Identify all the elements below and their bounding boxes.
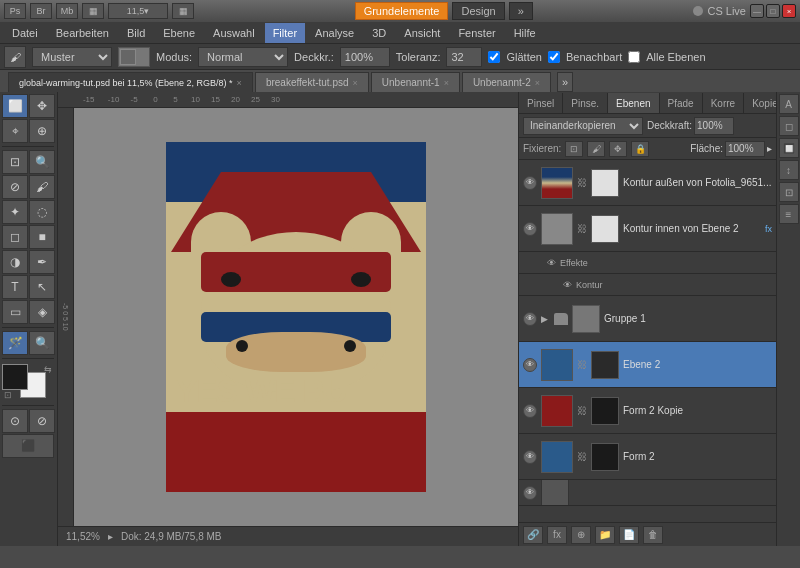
opacity-input[interactable]: 100%	[694, 117, 734, 135]
panel-tab-korre[interactable]: Korre	[703, 93, 744, 113]
lock-move-button[interactable]: ✥	[609, 141, 627, 157]
pen-tool[interactable]: ✒	[29, 250, 55, 274]
panel-tab-ebenen[interactable]: Ebenen	[608, 93, 659, 113]
menu-analyse[interactable]: Analyse	[307, 23, 362, 43]
alle-ebenen-checkbox[interactable]	[628, 51, 640, 63]
close-button[interactable]: ×	[782, 4, 796, 18]
screen-mode-icon[interactable]: ▦	[172, 3, 194, 19]
design-button[interactable]: Design	[452, 2, 504, 20]
arrange-icon[interactable]: ▦	[82, 3, 104, 19]
tab-close-4[interactable]: ×	[535, 78, 540, 88]
layer-eye-gruppe[interactable]: 👁	[523, 312, 537, 326]
panel-tab-pinsel1[interactable]: Pinsel	[519, 93, 563, 113]
right-mini-btn-1[interactable]: A	[779, 94, 799, 114]
minimize-button[interactable]: —	[750, 4, 764, 18]
quickmask-mode-button[interactable]: ⊘	[29, 409, 55, 433]
color-swatch[interactable]	[118, 47, 150, 67]
tab-global-warming[interactable]: global-warming-tut.psd bei 11,5% (Ebene …	[8, 72, 253, 92]
layer-item-form2[interactable]: 👁 ⛓ Form 2	[519, 434, 776, 480]
canvas[interactable]: YES WE BU for global warr	[74, 108, 518, 526]
menu-ebene[interactable]: Ebene	[155, 23, 203, 43]
healing-tool[interactable]: ⊘	[2, 175, 28, 199]
mini-bridge-icon[interactable]: Mb	[56, 3, 78, 19]
lasso-tool[interactable]: ⌖	[2, 119, 28, 143]
screen-mode-button[interactable]: ⬛	[2, 434, 54, 458]
grundelemente-button[interactable]: Grundelemente	[355, 2, 449, 20]
layer-eye-form2kopie[interactable]: 👁	[523, 404, 537, 418]
clone-tool[interactable]: ✦	[2, 200, 28, 224]
layer-item-form2kopie[interactable]: 👁 ⛓ Form 2 Kopie	[519, 388, 776, 434]
maximize-button[interactable]: □	[766, 4, 780, 18]
layer-item-gruppe1[interactable]: 👁 ▶ Gruppe 1	[519, 296, 776, 342]
glaetten-checkbox[interactable]	[488, 51, 500, 63]
modus-dropdown[interactable]: Normal	[198, 47, 288, 67]
deckkraft-input[interactable]: 100%	[340, 47, 390, 67]
layer-link-button[interactable]: 🔗	[523, 526, 543, 544]
kontur-eye-icon[interactable]: 👁	[563, 280, 572, 290]
zoom-dropdown[interactable]: 11,5 ▾	[108, 3, 168, 19]
quick-select-tool[interactable]: ⊕	[29, 119, 55, 143]
switch-colors-icon[interactable]: ⇆	[44, 364, 52, 374]
layer-effect-kontur[interactable]: 👁 Kontur	[519, 274, 776, 296]
layer-new-fill-button[interactable]: ⊕	[571, 526, 591, 544]
move-tool[interactable]: ✥	[29, 94, 55, 118]
layer-effect-group[interactable]: 👁 Effekte	[519, 252, 776, 274]
eyedropper-tool[interactable]: 🔍	[29, 150, 55, 174]
marquee-tool[interactable]: ⬜	[2, 94, 28, 118]
benachbart-checkbox[interactable]	[548, 51, 560, 63]
group-arrow-icon[interactable]: ▶	[541, 314, 548, 324]
layer-eye-1[interactable]: 👁	[523, 176, 537, 190]
panel-tab-pfade[interactable]: Pfade	[660, 93, 703, 113]
path-select-tool[interactable]: ↖	[29, 275, 55, 299]
blend-mode-dropdown[interactable]: Ineinanderkopieren	[523, 117, 643, 135]
layer-delete-button[interactable]: 🗑	[643, 526, 663, 544]
magic-wand-tool[interactable]: 🪄	[2, 331, 28, 355]
gradient-tool[interactable]: ■	[29, 225, 55, 249]
menu-3d[interactable]: 3D	[364, 23, 394, 43]
tab-breakeffekt[interactable]: breakeffekt-tut.psd ×	[255, 72, 369, 92]
layer-eye-bottom[interactable]: 👁	[523, 486, 537, 500]
layer-item-kontur-innen[interactable]: 👁 ⛓ Kontur innen von Ebene 2 fx	[519, 206, 776, 252]
menu-auswahl[interactable]: Auswahl	[205, 23, 263, 43]
tab-close-2[interactable]: ×	[353, 78, 358, 88]
bridge-icon[interactable]: Br	[30, 3, 52, 19]
cs-live-label[interactable]: CS Live	[707, 5, 746, 17]
default-colors-icon[interactable]: ⊡	[4, 390, 12, 400]
zoom-tool[interactable]: 🔍	[29, 331, 55, 355]
brush-tool[interactable]: 🖌	[29, 175, 55, 199]
shape-tool[interactable]: ▭	[2, 300, 28, 324]
tab-overflow-button[interactable]: »	[557, 72, 573, 92]
layer-eye-ebene2[interactable]: 👁	[523, 358, 537, 372]
lock-transparent-button[interactable]: ⊡	[565, 141, 583, 157]
more-workspaces-button[interactable]: »	[509, 2, 533, 20]
right-mini-btn-3[interactable]: 🔲	[779, 138, 799, 158]
menu-fenster[interactable]: Fenster	[450, 23, 503, 43]
layer-folder-button[interactable]: 📁	[595, 526, 615, 544]
tab-close-1[interactable]: ×	[237, 78, 242, 88]
foreground-color-swatch[interactable]	[2, 364, 28, 390]
layer-item-ebene2[interactable]: 👁 ⛓ Ebene 2	[519, 342, 776, 388]
layer-fx-button[interactable]: fx	[547, 526, 567, 544]
lock-all-button[interactable]: 🔒	[631, 141, 649, 157]
3d-tool[interactable]: ◈	[29, 300, 55, 324]
right-mini-btn-4[interactable]: ↕	[779, 160, 799, 180]
effect-eye-icon[interactable]: 👁	[547, 258, 556, 268]
fill-input[interactable]	[725, 141, 765, 157]
right-mini-btn-2[interactable]: ◻	[779, 116, 799, 136]
menu-hilfe[interactable]: Hilfe	[506, 23, 544, 43]
layer-eye-2[interactable]: 👁	[523, 222, 537, 236]
tab-unbenannt2[interactable]: Unbenannt-2 ×	[462, 72, 551, 92]
menu-bild[interactable]: Bild	[119, 23, 153, 43]
standard-mode-button[interactable]: ⊙	[2, 409, 28, 433]
menu-filter[interactable]: Filter	[265, 23, 305, 43]
menu-bearbeiten[interactable]: Bearbeiten	[48, 23, 117, 43]
menu-ansicht[interactable]: Ansicht	[396, 23, 448, 43]
panel-tab-pinsel2[interactable]: Pinse.	[563, 93, 608, 113]
layer-item-kontur-aussen[interactable]: 👁 ⛓ Kontur außen von Fotolia_9651...	[519, 160, 776, 206]
history-brush-tool[interactable]: ◌	[29, 200, 55, 224]
tab-unbenannt1[interactable]: Unbenannt-1 ×	[371, 72, 460, 92]
preset-dropdown[interactable]: Muster	[32, 47, 112, 67]
right-mini-btn-6[interactable]: ≡	[779, 204, 799, 224]
toleranz-input[interactable]: 32	[446, 47, 482, 67]
lock-paint-button[interactable]: 🖌	[587, 141, 605, 157]
